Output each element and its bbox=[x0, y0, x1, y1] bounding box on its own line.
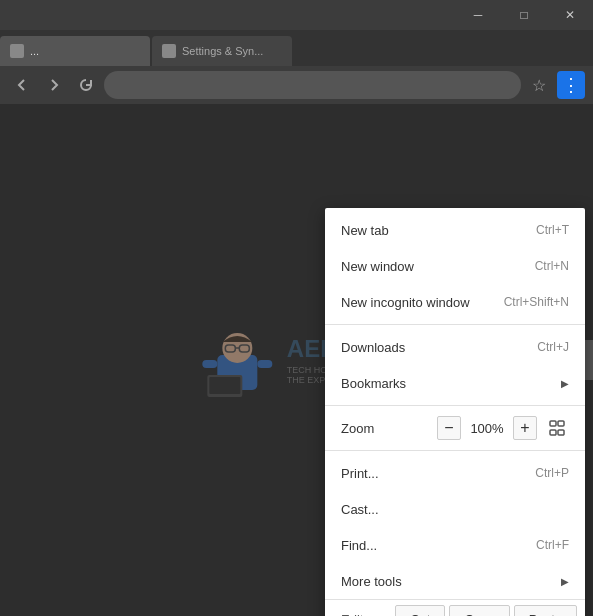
new-tab-label: New tab bbox=[341, 223, 536, 238]
bookmarks-arrow-icon: ▶ bbox=[561, 378, 569, 389]
tab-bar: ... Settings & Syn... bbox=[0, 30, 593, 66]
downloads-shortcut: Ctrl+J bbox=[537, 340, 569, 354]
incognito-shortcut: Ctrl+Shift+N bbox=[504, 295, 569, 309]
paste-button[interactable]: Paste bbox=[514, 605, 577, 616]
menu-item-downloads[interactable]: Downloads Ctrl+J bbox=[325, 329, 585, 365]
forward-button[interactable] bbox=[40, 71, 68, 99]
zoom-value: 100% bbox=[469, 421, 505, 436]
svg-rect-9 bbox=[550, 421, 556, 426]
new-window-label: New window bbox=[341, 259, 535, 274]
find-label: Find... bbox=[341, 538, 536, 553]
svg-rect-8 bbox=[209, 377, 240, 394]
zoom-row: Zoom − 100% + bbox=[325, 410, 585, 446]
more-tools-arrow-icon: ▶ bbox=[561, 576, 569, 587]
menu-item-bookmarks[interactable]: Bookmarks ▶ bbox=[325, 365, 585, 401]
zoom-in-button[interactable]: + bbox=[513, 416, 537, 440]
cast-label: Cast... bbox=[341, 502, 569, 517]
maximize-button[interactable]: □ bbox=[501, 0, 547, 30]
tab-2[interactable]: Settings & Syn... bbox=[152, 36, 292, 66]
page-content: AEPUM S TECH HOW-TO'S FROM THE EXPERTS w… bbox=[0, 104, 593, 616]
zoom-label: Zoom bbox=[341, 421, 374, 436]
zoom-out-button[interactable]: − bbox=[437, 416, 461, 440]
menu-item-incognito[interactable]: New incognito window Ctrl+Shift+N bbox=[325, 284, 585, 320]
reload-button[interactable] bbox=[72, 71, 100, 99]
downloads-label: Downloads bbox=[341, 340, 537, 355]
divider-1 bbox=[325, 324, 585, 325]
svg-rect-10 bbox=[558, 421, 564, 426]
tab-favicon-1 bbox=[10, 44, 24, 58]
menu-item-print[interactable]: Print... Ctrl+P bbox=[325, 455, 585, 491]
new-window-shortcut: Ctrl+N bbox=[535, 259, 569, 273]
minimize-button[interactable]: ─ bbox=[455, 0, 501, 30]
tab-favicon-2 bbox=[162, 44, 176, 58]
new-tab-shortcut: Ctrl+T bbox=[536, 223, 569, 237]
chrome-menu-button[interactable]: ⋮ bbox=[557, 71, 585, 99]
svg-rect-11 bbox=[550, 430, 556, 435]
zoom-fullscreen-button[interactable] bbox=[545, 416, 569, 440]
svg-rect-5 bbox=[202, 360, 217, 368]
divider-2 bbox=[325, 405, 585, 406]
bookmarks-label: Bookmarks bbox=[341, 376, 561, 391]
tab-1[interactable]: ... bbox=[0, 36, 150, 66]
edit-row: Edit Cut Copy Paste bbox=[325, 599, 585, 616]
svg-rect-12 bbox=[558, 430, 564, 435]
incognito-label: New incognito window bbox=[341, 295, 504, 310]
chrome-dropdown-menu: New tab Ctrl+T New window Ctrl+N New inc… bbox=[325, 208, 585, 616]
mascot-icon bbox=[197, 320, 277, 400]
print-label: Print... bbox=[341, 466, 535, 481]
find-shortcut: Ctrl+F bbox=[536, 538, 569, 552]
menu-item-new-tab[interactable]: New tab Ctrl+T bbox=[325, 212, 585, 248]
copy-button[interactable]: Copy bbox=[449, 605, 509, 616]
titlebar: ─ □ ✕ bbox=[0, 0, 593, 30]
menu-item-new-window[interactable]: New window Ctrl+N bbox=[325, 248, 585, 284]
tab-label-2: Settings & Syn... bbox=[182, 45, 263, 57]
close-button[interactable]: ✕ bbox=[547, 0, 593, 30]
toolbar: ☆ ⋮ bbox=[0, 66, 593, 104]
bookmark-star-icon[interactable]: ☆ bbox=[525, 71, 553, 99]
cut-button[interactable]: Cut bbox=[395, 605, 445, 616]
print-shortcut: Ctrl+P bbox=[535, 466, 569, 480]
menu-item-find[interactable]: Find... Ctrl+F bbox=[325, 527, 585, 563]
menu-item-more-tools[interactable]: More tools ▶ bbox=[325, 563, 585, 599]
address-bar[interactable] bbox=[104, 71, 521, 99]
more-tools-label: More tools bbox=[341, 574, 561, 589]
divider-3 bbox=[325, 450, 585, 451]
svg-rect-6 bbox=[257, 360, 272, 368]
menu-item-cast[interactable]: Cast... bbox=[325, 491, 585, 527]
zoom-controls: − 100% + bbox=[437, 416, 569, 440]
back-button[interactable] bbox=[8, 71, 36, 99]
tab-label-1: ... bbox=[30, 45, 39, 57]
edit-label: Edit bbox=[333, 612, 393, 617]
